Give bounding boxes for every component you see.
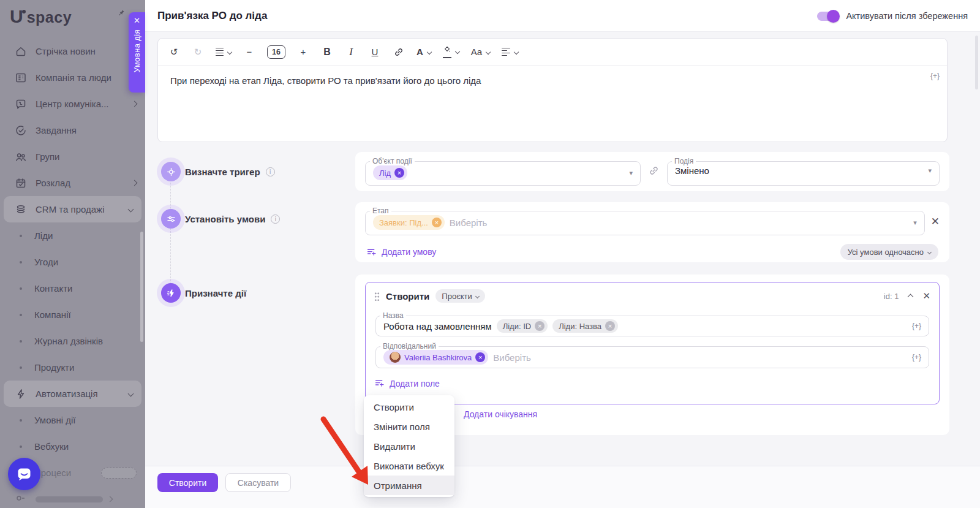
add-field-link[interactable]: Додати поле [374,378,440,389]
sidebar-item-contacts[interactable]: Контакти [0,275,145,301]
sidebar: U spacy Стрічка новин Компанія та люди Ц… [0,0,145,508]
sidebar-item-crm-sales[interactable]: CRM та продажі [4,196,141,222]
remove-chip-icon[interactable]: × [475,352,485,362]
truncated-label [36,496,103,502]
event-object-label: Об'єкт події [370,157,415,165]
chat-widget-button[interactable] [8,458,40,490]
info-icon[interactable]: i [266,167,275,176]
menu-item-change-fields[interactable]: Змінити поля [364,417,454,436]
event-field[interactable]: Подія Змінено ▾ [667,157,940,186]
font-size-value[interactable]: 16 [267,45,285,59]
task-name-value: Робота над замовленням [383,321,492,332]
menu-item-create[interactable]: Створити [364,397,454,417]
lead-name-chip: Ліди: Назва × [552,319,618,333]
drag-handle[interactable] [374,292,380,301]
lightning-icon [15,388,27,400]
main-scrollbar[interactable] [975,36,978,89]
info-icon[interactable]: i [271,214,280,224]
remove-condition-icon[interactable]: ✕ [931,215,940,228]
insert-variable-token[interactable]: {+} [930,72,940,80]
sidebar-item-deals[interactable]: Угоди [0,249,145,275]
sidebar-item-groups[interactable]: Групи [0,143,145,170]
uspacy-logo[interactable]: U spacy [10,6,72,27]
soon-badge [101,468,137,479]
conditions-step-icon [161,209,181,229]
text-color-icon: A [417,47,423,57]
link-fields-icon [648,165,660,179]
remove-chip-icon[interactable]: × [605,321,615,331]
text-case-dropdown[interactable]: Aa [471,47,490,57]
underline-button[interactable]: U [369,45,381,59]
link-button[interactable] [393,45,405,59]
bold-button[interactable]: B [321,45,333,59]
step-connector-line [170,183,171,284]
crm-icon [15,203,27,216]
sidebar-item-webhooks[interactable]: Вебхуки [0,433,145,460]
menu-item-run-webhook[interactable]: Виконати вебхук [364,456,454,476]
highlight-color-dropdown[interactable] [443,45,459,58]
sidebar-item-automation[interactable]: Автоматизація [4,381,141,407]
sidebar-item-products[interactable]: Продукти [0,354,145,381]
tab-label: Умовна дія [132,29,141,72]
dropdown-caret-icon[interactable]: ▾ [928,167,932,175]
font-decrease-button[interactable]: − [243,45,255,59]
sidebar-item-companies[interactable]: Компанії [0,301,145,328]
chevron-down-icon [128,391,134,397]
activate-toggle[interactable] [817,12,839,21]
fill-icon [443,45,451,58]
sidebar-scrollbar[interactable] [140,232,143,342]
home-icon [15,45,27,58]
chat-icon [15,98,27,110]
insert-variable-token[interactable]: {+} [912,322,921,330]
add-condition-link[interactable]: Додати умову [366,247,436,257]
editor-content[interactable]: При переході на етап Ліда, створити РО т… [158,66,947,96]
remove-chip-icon[interactable]: × [535,321,545,331]
redo-icon[interactable]: ↻ [192,45,204,59]
sidebar-item-conditional-actions[interactable]: Умовні дії [0,407,145,433]
trigger-card: Об'єкт події Лід × ▾ Подія Змінено ▾ [355,152,949,191]
pin-sidebar-icon[interactable] [116,9,126,20]
sidebar-item-company-people[interactable]: Компанія та люди [0,64,145,91]
close-card-icon[interactable]: ✕ [922,290,930,301]
menu-item-receive[interactable]: Отримання [364,476,454,495]
sidebar-item-tasks[interactable]: Завдання [0,117,145,143]
text-color-dropdown[interactable]: A [417,47,431,57]
close-tab-icon[interactable]: ✕ [134,17,140,25]
sidebar-item-feed[interactable]: Стрічка новин [0,38,145,64]
toggle-knob [827,10,840,23]
description-editor: ↺ ↻ − 16 + B I U A [157,38,948,142]
sidebar-item-schedule[interactable]: Розклад [0,170,145,196]
align-dropdown[interactable] [502,48,518,56]
add-wait-link[interactable]: Додати очікування [464,409,537,419]
stage-field[interactable]: Етап Заявки: Під... × Виберіть ▾ [365,207,925,235]
logo-rest: spacy [27,9,72,26]
chevron-down-icon [227,49,232,54]
font-increase-button[interactable]: + [297,45,309,59]
line-spacing-dropdown[interactable] [216,48,232,56]
dropdown-caret-icon[interactable]: ▾ [629,169,633,177]
sidebar-item-comm-center[interactable]: Центр комуніка... [0,91,145,117]
remove-chip-icon[interactable]: × [432,218,442,227]
conditional-action-tab[interactable]: ✕ Умовна дія [129,12,145,93]
italic-button[interactable]: I [345,45,357,59]
responsible-field[interactable]: Відповідальний Valeriia Bashkirova × Виб… [375,343,929,368]
panel-header: Прив'язка РО до ліда Активувати після зб… [145,0,980,32]
insert-variable-token[interactable]: {+} [912,353,921,362]
entity-select-pill[interactable]: Проєкти [435,289,485,303]
chat-bubble-icon [16,466,32,482]
sidebar-item-call-log[interactable]: Журнал дзвінків [0,328,145,354]
conditions-section-title: Установіть умови i [185,209,280,229]
cancel-button[interactable]: Скасувати [225,473,291,492]
create-button[interactable]: Створити [157,473,218,492]
sidebar-item-leads[interactable]: Ліди [0,222,145,249]
event-object-field[interactable]: Об'єкт події Лід × ▾ [365,157,641,186]
dropdown-caret-icon[interactable]: ▾ [913,219,917,227]
conditions-match-mode-pill[interactable]: Усі умови одночасно [840,244,938,260]
avatar [390,352,401,363]
undo-icon[interactable]: ↺ [168,45,180,59]
collapse-card-icon[interactable] [908,290,913,301]
menu-item-delete[interactable]: Видалити [364,436,454,456]
task-name-field[interactable]: Назва Робота над замовленням Ліди: ID × … [375,312,929,336]
filter-plus-icon [366,247,377,257]
remove-chip-icon[interactable]: × [394,168,404,178]
